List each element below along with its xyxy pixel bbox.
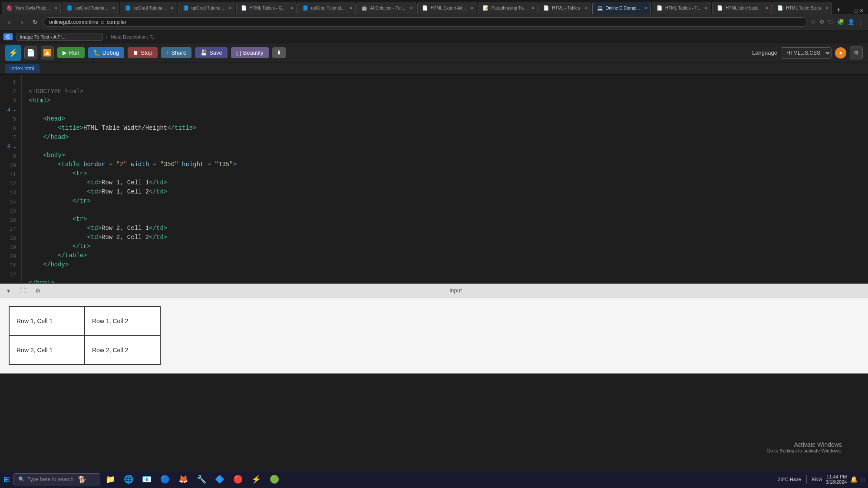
tab-11-active[interactable]: 💻 Online C Compi... ✕	[592, 2, 651, 14]
orange-circle-button[interactable]: ●	[835, 47, 846, 59]
meta-description: Meta Description: R...	[111, 34, 157, 39]
menu-icon[interactable]: ⋮	[858, 19, 864, 25]
collapse-output-button[interactable]: ▾	[4, 286, 13, 295]
search-input[interactable]	[16, 33, 103, 41]
address-input[interactable]	[43, 17, 807, 27]
tab-4[interactable]: 📘 upGrad Tutoria... ✕	[178, 2, 235, 14]
editor-area[interactable]: 1 2 3 4 ▸ 5 6 7 8 ▸ 9 10 11 12 13 14 15 …	[0, 75, 868, 283]
settings-icon[interactable]: ⚙	[819, 19, 825, 25]
beautify-button[interactable]: { } Beautify	[231, 47, 269, 58]
taskbar-app5[interactable]: 🔧	[193, 472, 210, 487]
output-settings-button[interactable]: ⚙	[33, 286, 43, 295]
tab-4-close[interactable]: ✕	[228, 6, 232, 10]
open-file-icon: 🔼	[43, 49, 52, 57]
shield-icon: 🛡	[828, 19, 834, 25]
address-bar: ‹ › ↻ ☆ ⚙ 🛡 🧩 👤 ⋮	[0, 14, 868, 30]
tab-9-close[interactable]: ✕	[531, 6, 535, 10]
tab-10-close[interactable]: ✕	[584, 6, 588, 10]
tab-5[interactable]: 📄 HTML Tables - G... ✕	[236, 2, 297, 14]
taskbar-app8[interactable]: ⚡	[248, 472, 264, 487]
tab-1-close[interactable]: ✕	[54, 6, 58, 10]
tab-2[interactable]: 📘 upGrad Tutoria... ✕	[62, 2, 119, 14]
bookmark-icon[interactable]: ☆	[811, 19, 816, 25]
new-file-button[interactable]: 📄	[24, 46, 37, 59]
line-num-12: 12	[5, 179, 16, 188]
share-button[interactable]: ↑ Share	[161, 47, 191, 58]
line-num-13: 13	[5, 188, 16, 197]
settings-gear-button[interactable]: ⚙	[850, 46, 863, 59]
taskbar-app6[interactable]: 🔷	[211, 472, 228, 487]
app7-icon: 🔴	[233, 475, 243, 484]
line-num-11: 11	[5, 170, 16, 179]
tab-13-close[interactable]: ✕	[765, 6, 769, 10]
taskbar-right: 26°C Haze ENG 11:44 PM 3/18/2024 🔔 |	[778, 474, 865, 485]
minimize-browser[interactable]: —	[848, 8, 853, 14]
tab-3[interactable]: 📘 upGrad Tutoria... ✕	[120, 2, 177, 14]
line-num-20: 20	[5, 252, 16, 261]
profile-icon[interactable]: 👤	[848, 19, 855, 25]
debug-button[interactable]: 🐛 Debug	[88, 47, 124, 58]
taskbar-app3[interactable]: 🔵	[157, 472, 173, 487]
tab-14-close[interactable]: ✕	[825, 6, 829, 10]
line-num-17: 17	[5, 225, 16, 234]
windows-logo[interactable]: ⊞	[3, 475, 10, 484]
new-tab-button[interactable]: +	[833, 6, 844, 14]
tab-6-close[interactable]: ✕	[349, 6, 353, 10]
tab-8[interactable]: 📄 HTML Expert Ad... ✕	[417, 2, 477, 14]
extensions-icon[interactable]: 🧩	[837, 19, 844, 25]
tab-10[interactable]: 📄 HTML - Tables ✕	[538, 2, 591, 14]
tab-7[interactable]: 🤖 AI Detector - Tur... ✕	[356, 2, 416, 14]
expand-output-button[interactable]: ⛶	[17, 286, 28, 295]
taskbar-app4[interactable]: 🦊	[175, 472, 191, 487]
tab-1[interactable]: 🧶 Yarn Owls Proje... ✕	[2, 2, 61, 14]
run-button[interactable]: ▶ Run	[57, 47, 85, 58]
taskbar-app9[interactable]: 🟢	[266, 472, 283, 487]
tab-14[interactable]: 📄 HTML Table Sizes ✕	[772, 2, 832, 14]
tab-4-label: upGrad Tutoria...	[191, 6, 224, 10]
refresh-button[interactable]: ↻	[30, 17, 40, 27]
stop-label: Stop	[141, 49, 152, 56]
download-button[interactable]: ⬇	[272, 47, 286, 58]
taskbar-browser[interactable]: 🌐	[120, 472, 137, 487]
forward-button[interactable]: ›	[17, 17, 27, 27]
tab-6[interactable]: 📘 upGrad Tutorial... ✕	[297, 2, 356, 14]
tab-7-label: AI Detector - Tur...	[370, 6, 405, 10]
taskbar-show-desktop[interactable]: |	[861, 477, 865, 482]
notification-icon[interactable]: 🔔	[850, 476, 858, 483]
tab-5-close[interactable]: ✕	[290, 6, 294, 10]
tab-13[interactable]: 📄 HTML table basi... ✕	[712, 2, 772, 14]
line-num-22: 22	[5, 270, 16, 279]
line-num-7: 7	[5, 133, 16, 142]
taskbar-app7[interactable]: 🔴	[230, 472, 246, 487]
stop-button[interactable]: ⏹ Stop	[128, 47, 158, 58]
cell-r1c1: Row 1, Cell 1	[9, 307, 85, 336]
code-editor[interactable]: <!DOCTYPE html> <html> <head> <title>HTM…	[22, 75, 868, 283]
gear-icon: ⚙	[854, 49, 859, 56]
tab-7-close[interactable]: ✕	[409, 6, 413, 10]
taskbar-app2[interactable]: 📧	[139, 472, 155, 487]
tab-12-close[interactable]: ✕	[704, 6, 708, 10]
tab-11-close[interactable]: ✕	[644, 6, 648, 10]
tab-12[interactable]: 📄 HTML Tables - T... ✕	[652, 2, 711, 14]
tab-12-icon: 📄	[657, 5, 663, 11]
file-tab-index-html[interactable]: index.html	[5, 64, 40, 73]
tab-14-label: HTML Table Sizes	[786, 6, 821, 10]
taskbar-file-explorer[interactable]: 📁	[102, 472, 119, 487]
save-button[interactable]: 💾 Save	[195, 47, 228, 58]
tab-9[interactable]: 📝 Paraphrasing To... ✕	[478, 2, 538, 14]
close-browser[interactable]: ✕	[859, 8, 864, 14]
tab-2-close[interactable]: ✕	[112, 6, 116, 10]
back-button[interactable]: ‹	[4, 17, 14, 27]
debug-label: Debug	[102, 49, 119, 56]
maximize-browser[interactable]: □	[855, 8, 858, 14]
taskbar-lang: ENG	[812, 477, 822, 482]
open-file-button[interactable]: 🔼	[41, 46, 54, 59]
new-file-icon: 📄	[26, 49, 35, 57]
activate-windows-title: Activate Windows	[766, 441, 842, 448]
line-num-1: 1	[5, 78, 16, 87]
tab-11-label: Online C Compi...	[606, 6, 640, 10]
language-select[interactable]: HTML,JS,CSS	[781, 47, 832, 59]
tab-8-close[interactable]: ✕	[470, 6, 474, 10]
taskbar-search[interactable]: 🔍 Type here to search 🐕	[13, 473, 100, 485]
tab-3-close[interactable]: ✕	[170, 6, 174, 10]
